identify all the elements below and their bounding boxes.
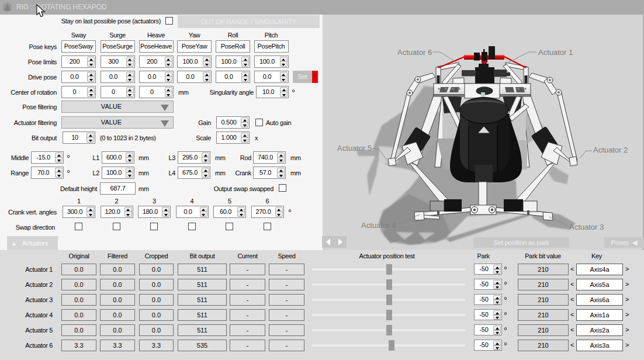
svg-text:Actuator 6: Actuator 6 — [397, 48, 432, 57]
svg-text:Actuator 5: Actuator 5 — [337, 144, 372, 153]
svg-text:Actuator 3: Actuator 3 — [569, 223, 604, 231]
svg-text:Actuator 2: Actuator 2 — [593, 146, 628, 154]
svg-text:Actuator 1: Actuator 1 — [538, 48, 573, 57]
svg-text:Actuator 4: Actuator 4 — [361, 221, 396, 230]
